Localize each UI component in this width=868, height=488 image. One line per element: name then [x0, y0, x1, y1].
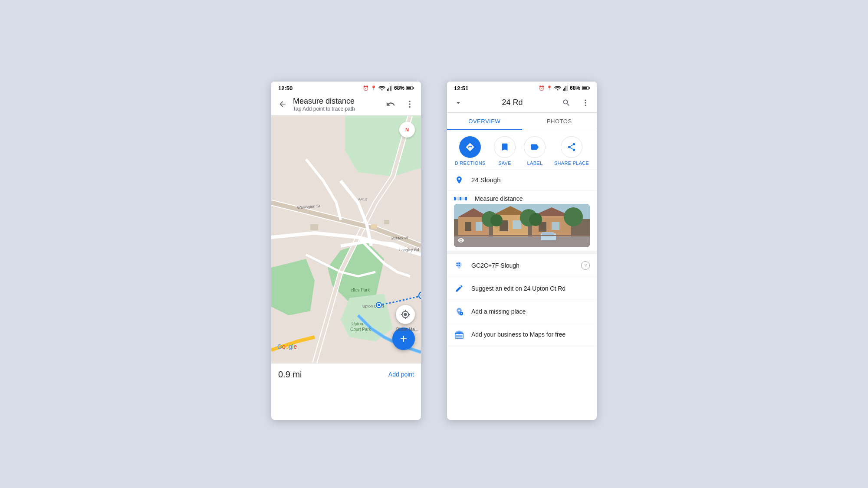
svg-rect-39 [563, 89, 564, 91]
right-header-title: 24 Rd [464, 98, 560, 107]
svg-text:elles Park: elles Park [351, 288, 370, 292]
svg-rect-63 [513, 220, 521, 229]
svg-point-48 [585, 105, 586, 106]
map-view[interactable]: Wellington St A412 Sussex Pl Langley Rd … [271, 116, 421, 363]
phones-container: 12:50 ⏰ 📍 68% [271, 69, 597, 420]
svg-point-78 [458, 262, 460, 264]
location-button[interactable] [396, 305, 415, 324]
directions-button[interactable]: DIRECTIONS [455, 136, 486, 166]
help-icon[interactable]: ? [581, 261, 590, 270]
svg-rect-41 [566, 86, 566, 91]
svg-point-69 [490, 214, 503, 226]
svg-rect-45 [589, 87, 590, 89]
svg-rect-2 [388, 88, 389, 91]
wifi-icon [378, 85, 385, 91]
left-status-bar: 12:50 ⏰ 📍 68% [271, 82, 421, 93]
right-time: 12:51 [454, 85, 468, 92]
plus-code-icon [454, 260, 464, 271]
svg-rect-50 [454, 197, 456, 200]
back-button[interactable] [276, 98, 289, 110]
right-signal-icon [563, 85, 568, 91]
more-button-right[interactable] [579, 97, 592, 109]
compass: N [399, 122, 415, 138]
location-pin-icon [454, 175, 464, 185]
place-name-row: 24 Slough [447, 169, 597, 190]
right-header: 24 Rd [447, 93, 597, 113]
add-business-row[interactable]: Add your business to Maps for free [447, 323, 597, 346]
measure-distance-row[interactable]: Measure distance [447, 190, 597, 204]
svg-point-71 [529, 213, 542, 226]
add-place-text: Add a missing place [471, 308, 590, 315]
add-point-text[interactable]: Add point [388, 371, 414, 378]
measure-icon [454, 195, 468, 202]
svg-point-9 [409, 103, 411, 105]
plus-code-row[interactable]: GC2C+7F Slough ? [447, 254, 597, 277]
svg-text:Langley Rd: Langley Rd [399, 248, 419, 252]
svg-point-0 [381, 89, 382, 91]
svg-rect-59 [476, 222, 482, 231]
label-button[interactable]: LABEL [524, 136, 546, 166]
svg-rect-42 [567, 85, 568, 91]
svg-point-10 [409, 106, 411, 108]
suggest-edit-row[interactable]: Suggest an edit on 24 Upton Ct Rd [447, 277, 597, 300]
google-logo: Google [277, 343, 297, 350]
right-phone: 12:51 ⏰ 📍 68% [447, 82, 597, 420]
svg-point-72 [564, 207, 583, 226]
add-business-text: Add your business to Maps for free [471, 331, 590, 338]
street-view-overlay [457, 237, 464, 245]
svg-rect-44 [582, 87, 587, 89]
svg-point-79 [456, 265, 457, 266]
svg-rect-37 [384, 220, 389, 224]
svg-text:Sussex Pl: Sussex Pl [391, 236, 408, 240]
save-button[interactable]: SAVE [494, 136, 516, 166]
left-header: Measure distance Tap Add point to trace … [271, 93, 421, 116]
left-header-title: Measure distance [293, 97, 385, 106]
left-phone: 12:50 ⏰ 📍 68% [271, 82, 421, 420]
left-time: 12:50 [278, 85, 293, 92]
plus-code-text: GC2C+7F Slough [471, 262, 574, 269]
svg-rect-51 [460, 197, 461, 200]
svg-rect-83 [455, 332, 463, 334]
add-place-row[interactable]: Add a missing place [447, 300, 597, 323]
add-place-icon [454, 306, 464, 317]
svg-rect-1 [387, 89, 388, 91]
svg-point-77 [456, 262, 457, 264]
info-section: GC2C+7F Slough ? Suggest an edit on 24 U… [447, 251, 597, 346]
search-button[interactable] [560, 97, 572, 109]
left-header-subtitle: Tap Add point to trace path [293, 106, 385, 112]
place-name-text: 24 Slough [471, 176, 501, 183]
svg-rect-73 [454, 236, 590, 247]
svg-point-46 [585, 99, 586, 101]
svg-rect-40 [564, 88, 565, 91]
tabs-bar: OVERVIEW PHOTOS [447, 113, 597, 130]
svg-point-28 [378, 304, 380, 306]
distance-bar: 0.9 mi Add point [271, 363, 421, 386]
business-icon [454, 329, 464, 340]
tab-overview[interactable]: OVERVIEW [447, 113, 522, 130]
signal-icon [387, 85, 392, 91]
street-view-image[interactable] [454, 204, 590, 247]
svg-text:A412: A412 [358, 197, 367, 201]
share-place-button[interactable]: SHARE PLACE [554, 136, 589, 166]
right-battery-icon [582, 86, 590, 90]
dropdown-button[interactable] [452, 97, 464, 109]
svg-marker-14 [271, 259, 315, 315]
action-buttons: DIRECTIONS SAVE LABEL [447, 130, 597, 169]
measure-distance-text: Measure distance [475, 195, 590, 202]
svg-point-8 [409, 101, 411, 102]
map-svg: Wellington St A412 Sussex Pl Langley Rd … [271, 116, 421, 363]
svg-rect-52 [465, 197, 467, 200]
svg-text:Upton: Upton [352, 321, 363, 326]
more-button-left[interactable] [404, 98, 416, 110]
right-status-bar: 12:51 ⏰ 📍 68% [447, 82, 597, 93]
distance-value: 0.9 mi [278, 370, 302, 380]
svg-marker-15 [341, 294, 393, 341]
svg-rect-3 [390, 86, 391, 91]
tab-photos[interactable]: PHOTOS [522, 113, 597, 130]
right-wifi-icon [554, 85, 561, 91]
undo-button[interactable] [385, 98, 397, 110]
svg-rect-67 [552, 222, 559, 230]
suggest-edit-text: Suggest an edit on 24 Upton Ct Rd [471, 285, 590, 292]
svg-point-80 [458, 265, 460, 266]
right-status-icons: ⏰ 📍 68% [539, 85, 590, 91]
